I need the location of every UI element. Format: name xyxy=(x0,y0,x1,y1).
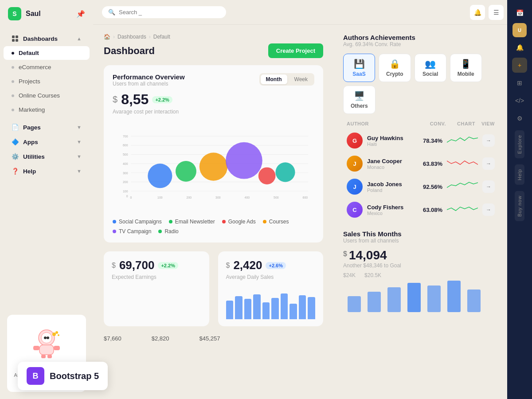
svg-point-7 xyxy=(44,336,47,339)
cat-tab-others[interactable]: 🖥️ Others xyxy=(343,86,376,114)
legend-courses: Courses xyxy=(263,219,289,225)
author-chart-jacob xyxy=(447,180,478,193)
chevron-up-icon: ▲ xyxy=(77,36,82,41)
sidebar-default-label: Default xyxy=(19,50,39,56)
sidebar-help-label: Help xyxy=(23,168,36,175)
bootstrap-icon: B xyxy=(27,367,44,385)
svg-rect-5 xyxy=(39,345,54,355)
svg-text:0: 0 xyxy=(126,195,128,198)
author-conv-jane: 63.83% xyxy=(416,160,442,167)
sidebar-item-help[interactable]: ❓ Help ▼ xyxy=(4,164,90,178)
pin-icon[interactable]: 📌 xyxy=(76,10,85,18)
svg-text:500: 500 xyxy=(123,153,128,156)
legend-radio: Radio xyxy=(158,228,178,235)
grid-icon xyxy=(12,35,19,42)
sales-title: Sales This Months xyxy=(343,230,498,238)
sidebar-marketing-label: Marketing xyxy=(19,106,45,113)
svg-text:500: 500 xyxy=(274,196,279,199)
chart-legend: Social Campaigns Email Newsletter Google… xyxy=(113,219,314,235)
author-view-btn-guy[interactable]: → xyxy=(482,134,495,147)
earnings-badge: +2.2% xyxy=(158,262,178,269)
sales-y2: $20.5K xyxy=(364,272,381,278)
performance-subtitle: Users from all channels xyxy=(113,81,185,87)
author-location-jacob: Poland xyxy=(367,188,411,193)
header-conv: CONV. xyxy=(419,121,446,126)
plus-button[interactable]: + xyxy=(512,58,527,73)
sidebar-item-marketing[interactable]: Marketing xyxy=(4,103,90,117)
performance-overview-card: Performance Overview Users from all chan… xyxy=(104,65,323,243)
sidebar-item-apps[interactable]: 🔷 Apps ▼ xyxy=(4,135,90,149)
author-row-cody: C Cody Fishers Mexico 63.08% → xyxy=(343,198,498,221)
author-avatar-jacob: J xyxy=(347,179,363,195)
author-info-jane: Jane Cooper Monaco xyxy=(367,158,411,170)
help-tab[interactable]: Help xyxy=(515,164,524,185)
sidebar-item-dashboards[interactable]: Dashboards ▲ xyxy=(4,31,90,46)
user-avatar-dark[interactable]: U xyxy=(512,23,527,37)
author-chart-cody xyxy=(447,203,478,216)
svg-text:600: 600 xyxy=(303,196,308,199)
menu-icon: ☰ xyxy=(493,9,499,16)
author-view-btn-jane[interactable]: → xyxy=(482,157,495,170)
sales-goal: Another $48,346 to Goal xyxy=(343,262,498,269)
create-project-button[interactable]: Create Project xyxy=(268,43,323,58)
author-view-btn-cody[interactable]: → xyxy=(482,203,495,216)
sidebar-item-online-courses[interactable]: Online Courses xyxy=(4,89,90,102)
performance-header: Performance Overview Users from all chan… xyxy=(113,73,314,87)
bar-6 xyxy=(271,298,279,319)
pages-icon: 📄 xyxy=(12,124,19,131)
bell-button-dark[interactable]: 🔔 xyxy=(512,40,527,55)
bottom-stats: $7,660 $2,820 $45,257 xyxy=(104,335,323,342)
settings-button[interactable]: ⚙ xyxy=(512,111,527,126)
performance-value: $ 8,55 +2.2% xyxy=(113,91,314,108)
cat-tab-social[interactable]: 👥 Social xyxy=(415,54,446,82)
bell-icon: 🔔 xyxy=(474,9,481,16)
bubble-chart: 700 600 500 400 300 200 100 0 0 100 200 … xyxy=(113,120,314,213)
sales-subtitle: Users from all channels xyxy=(343,238,498,244)
chevron-down-icon4: ▼ xyxy=(77,168,82,174)
performance-title: Performance Overview xyxy=(113,73,185,81)
legend-dot-google-ads xyxy=(222,220,226,223)
cat-tab-mobile[interactable]: 📱 Mobile xyxy=(450,54,482,82)
svg-rect-9 xyxy=(41,355,46,358)
author-info-guy: Guy Hawkins Haiti xyxy=(367,135,411,147)
search-box[interactable]: 🔍 xyxy=(102,6,226,18)
calendar-button[interactable]: 📅 xyxy=(512,5,527,20)
legend-tv-campaign: TV Campaign xyxy=(113,228,151,235)
main-area: 🔍 🔔 ☰ U 🏠 › Dashboards › Default xyxy=(93,0,532,399)
sidebar-item-projects[interactable]: Projects xyxy=(4,74,90,88)
bar-7 xyxy=(281,293,288,319)
cat-tab-crypto[interactable]: 🔒 Crypto xyxy=(379,54,411,82)
search-icon: 🔍 xyxy=(108,9,115,16)
grid-button-dark[interactable]: ⊞ xyxy=(512,75,527,90)
sidebar-utilities-label: Utilities xyxy=(23,153,45,160)
svg-rect-46 xyxy=(387,287,401,312)
topbar: 🔍 🔔 ☰ U xyxy=(93,0,532,25)
performance-value-label: Avarage cost per interaction xyxy=(113,109,314,115)
crypto-icon: 🔒 xyxy=(389,59,400,69)
bubble-chart-svg: 700 600 500 400 300 200 100 0 0 100 200 … xyxy=(113,120,314,213)
buynow-tab[interactable]: Buy now xyxy=(515,191,524,221)
legend-dot-social xyxy=(113,220,116,223)
notification-button[interactable]: 🔔 xyxy=(470,5,485,20)
code-button[interactable]: </> xyxy=(512,93,527,108)
toggle-week[interactable]: Week xyxy=(289,74,313,84)
sidebar-item-utilities[interactable]: ⚙️ Utilities ▼ xyxy=(4,149,90,164)
author-name-cody: Cody Fishers xyxy=(367,204,411,211)
legend-dot-radio xyxy=(158,230,162,233)
search-input[interactable] xyxy=(119,9,220,16)
breadcrumb-dashboards[interactable]: Dashboards xyxy=(117,34,146,40)
toggle-month[interactable]: Month xyxy=(261,74,287,84)
home-icon[interactable]: 🏠 xyxy=(104,34,110,40)
explore-tab[interactable]: Explore xyxy=(515,130,524,158)
sidebar-item-ecommerce[interactable]: eCommerce xyxy=(4,60,90,74)
menu-button[interactable]: ☰ xyxy=(489,5,504,20)
author-view-btn-jacob[interactable]: → xyxy=(482,180,495,193)
cat-social-label: Social xyxy=(422,71,438,77)
sidebar-item-pages[interactable]: 📄 Pages ▼ xyxy=(4,120,90,134)
sidebar-item-default[interactable]: Default xyxy=(4,46,90,60)
cat-crypto-label: Crypto xyxy=(386,71,403,77)
svg-point-41 xyxy=(226,142,262,179)
sales-chart xyxy=(343,278,498,314)
svg-rect-1 xyxy=(16,35,18,38)
cat-tab-saas[interactable]: 💾 SaaS xyxy=(343,54,375,82)
